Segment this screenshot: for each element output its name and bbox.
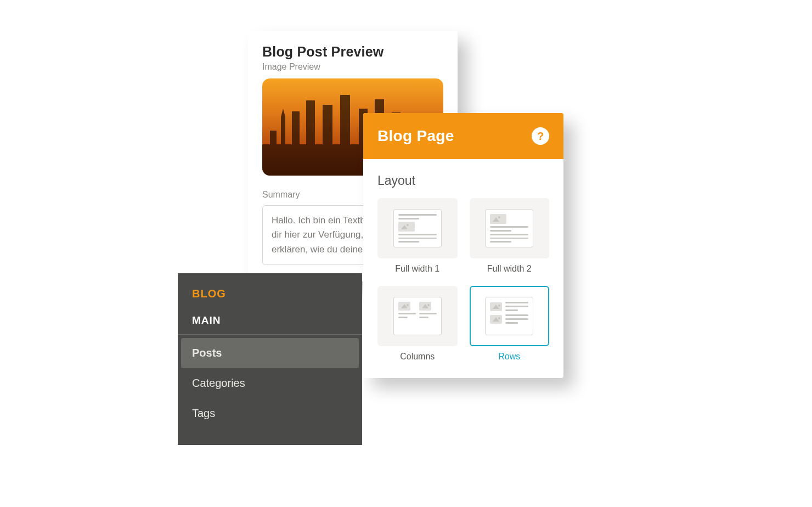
layout-mini-preview (485, 209, 533, 247)
sidebar-divider (178, 334, 362, 335)
layout-thumb (377, 286, 458, 346)
layout-option-label: Full width 2 (470, 264, 550, 274)
blog-page-header: Blog Page ? (363, 113, 563, 159)
preview-title: Blog Post Preview (262, 44, 443, 60)
layout-section-title: Layout (377, 173, 549, 188)
layout-option-label: Rows (470, 352, 550, 362)
image-preview-label: Image Preview (262, 62, 443, 72)
blog-sidebar: BLOG MAIN Posts Categories Tags (178, 273, 362, 445)
layout-mini-preview (393, 209, 442, 247)
layout-mini-preview (485, 297, 533, 335)
layout-option-full-width-1[interactable]: Full width 1 (377, 198, 458, 274)
layout-thumb (470, 198, 550, 258)
blog-page-panel: Blog Page ? Layout Full width 1 (363, 113, 563, 378)
layout-body: Layout Full width 1 (363, 159, 563, 378)
layout-option-full-width-2[interactable]: Full width 2 (470, 198, 550, 274)
layout-grid: Full width 1 Full width 2 (377, 198, 549, 362)
layout-thumb (470, 286, 550, 346)
help-icon[interactable]: ? (532, 127, 549, 145)
sidebar-section-label: MAIN (178, 310, 362, 334)
layout-thumb (377, 198, 458, 258)
layout-mini-preview (393, 297, 442, 335)
sidebar-item-tags[interactable]: Tags (178, 398, 362, 429)
layout-option-label: Full width 1 (377, 264, 458, 274)
blog-page-title: Blog Page (377, 127, 454, 145)
layout-option-columns[interactable]: Columns (377, 286, 458, 362)
sidebar-item-posts[interactable]: Posts (181, 338, 359, 368)
sidebar-item-categories[interactable]: Categories (178, 368, 362, 398)
layout-option-label: Columns (377, 352, 458, 362)
layout-option-rows[interactable]: Rows (470, 286, 550, 362)
sidebar-heading: BLOG (178, 288, 362, 310)
